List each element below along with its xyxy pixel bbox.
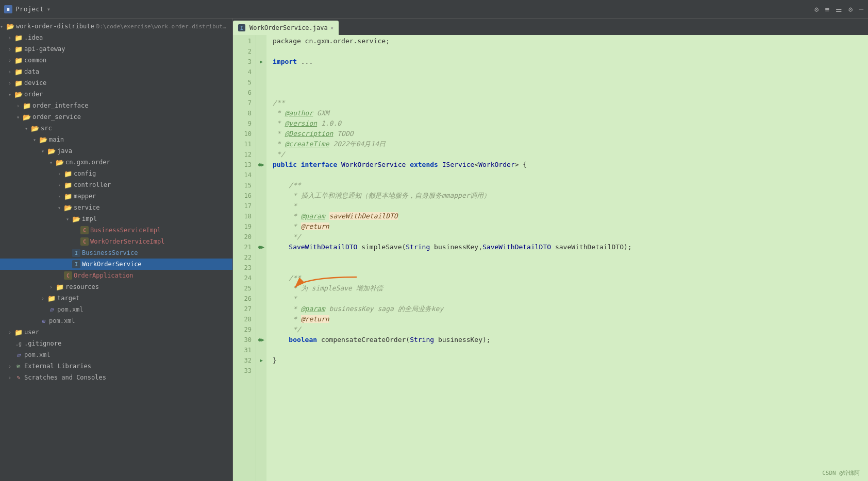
code-line[interactable]: /**: [273, 180, 868, 191]
active-tab[interactable]: I WorkOrderService.java ×: [233, 21, 339, 35]
code-editor[interactable]: 1234567891011121314151617181920212223242…: [233, 35, 868, 481]
sidebar-item-resources[interactable]: › 📁 resources: [0, 281, 232, 293]
code-line[interactable]: *: [273, 201, 868, 211]
sidebar-item-pom-order[interactable]: m pom.xml: [0, 315, 232, 327]
folder-icon: 📁: [64, 169, 72, 178]
code-line[interactable]: * @param saveWithDetailDTO: [273, 211, 868, 221]
sidebar-item-WorkOrderServiceImpl[interactable]: C WorkOrderServiceImpl: [0, 236, 232, 247]
sidebar-item-gitignore[interactable]: .g .gitignore: [0, 338, 232, 349]
sidebar-item-pom-order-service[interactable]: m pom.xml: [0, 304, 232, 315]
line-number: 25: [233, 283, 252, 294]
layout-icon[interactable]: ≡: [825, 5, 829, 13]
code-line[interactable]: /**: [273, 98, 868, 108]
sidebar-item-external-libraries[interactable]: › ≋ External Libraries: [0, 360, 232, 372]
gutter-cell[interactable]: ▶: [256, 355, 266, 366]
code-line[interactable]: public interface WorkOrderService extend…: [273, 160, 868, 170]
code-line[interactable]: [273, 46, 868, 57]
sidebar-item-java[interactable]: ▾ 📂 java: [0, 145, 232, 157]
code-line[interactable]: */: [273, 324, 868, 335]
minimize-icon[interactable]: −: [859, 4, 864, 14]
gutter-cell[interactable]: ●▶: [256, 335, 266, 345]
code-line[interactable]: * @createTime 2022年04月14日: [273, 139, 868, 149]
sidebar-item-src[interactable]: ▾ 📂 src: [0, 123, 232, 134]
code-line[interactable]: * @return: [273, 221, 868, 232]
gutter-cell[interactable]: ●▶: [256, 242, 266, 252]
tree-arrow: ▾: [33, 137, 39, 143]
sidebar-item-controller[interactable]: › 📁 controller: [0, 179, 232, 191]
sidebar-item-device[interactable]: › 📁 device: [0, 77, 232, 89]
fold-icon[interactable]: ▶: [260, 355, 263, 366]
code-line[interactable]: [273, 252, 868, 263]
line-text: [273, 46, 868, 57]
sidebar-item-WorkOrderService[interactable]: I WorkOrderService: [0, 259, 232, 270]
settings-icon[interactable]: ⚙: [814, 5, 819, 13]
fold-icon[interactable]: ▶: [261, 335, 264, 345]
sidebar-item-order_interface[interactable]: › 📁 order_interface: [0, 100, 232, 111]
fold-icon[interactable]: ▶: [261, 242, 264, 252]
folder-icon: 📁: [64, 181, 72, 189]
code-line[interactable]: [273, 263, 868, 273]
split-icon[interactable]: ⚌: [836, 5, 842, 13]
code-line[interactable]: */: [273, 149, 868, 160]
line-number: 3: [233, 57, 252, 67]
sidebar-item-main[interactable]: ▾ 📂 main: [0, 134, 232, 145]
code-line[interactable]: */: [273, 232, 868, 242]
tree-arrow: ▾: [25, 126, 31, 131]
sidebar-item-service[interactable]: ▾ 📂 service: [0, 202, 232, 213]
code-line[interactable]: import ...: [273, 57, 868, 67]
code-line[interactable]: * @Description TODO: [273, 129, 868, 139]
folder-icon: 📁: [14, 79, 23, 87]
code-content[interactable]: package cn.gxm.order.service; import ...…: [266, 35, 868, 481]
code-line[interactable]: [273, 77, 868, 88]
sidebar-item-root[interactable]: ▾ 📂 work-order-distribute D:\code\exerci…: [0, 21, 232, 32]
sidebar-item-mapper[interactable]: › 📁 mapper: [0, 191, 232, 202]
sidebar-item-scratches[interactable]: › ✎ Scratches and Consoles: [0, 372, 232, 383]
line-text: * @Description TODO: [273, 129, 868, 139]
fold-icon[interactable]: ▶: [260, 57, 263, 67]
sidebar-item-cn.gxm.order[interactable]: ▾ 📂 cn.gxm.order: [0, 157, 232, 168]
sidebar-tree[interactable]: ▾ 📂 work-order-distribute D:\code\exerci…: [0, 19, 232, 481]
project-label[interactable]: Project: [15, 5, 44, 13]
tree-arrow: ▾: [41, 148, 47, 154]
sidebar-item-common[interactable]: › 📁 common: [0, 55, 232, 66]
sidebar-item-user[interactable]: › 📁 user: [0, 327, 232, 338]
code-line[interactable]: * @version 1.0.0: [273, 118, 868, 129]
code-line[interactable]: [273, 170, 868, 180]
code-line[interactable]: * @author GXM: [273, 108, 868, 118]
code-line[interactable]: * 为 simpleSave 增加补偿: [273, 283, 868, 294]
code-line[interactable]: [273, 67, 868, 77]
code-line[interactable]: *: [273, 294, 868, 304]
code-line[interactable]: boolean compensateCreateOrder(String bus…: [273, 335, 868, 345]
gutter-cell[interactable]: ●▶: [256, 160, 266, 170]
code-line[interactable]: [273, 345, 868, 355]
code-line[interactable]: * 插入工单和消息通知（都是本地服务，自身服务mmapper调用）: [273, 191, 868, 201]
editor-tabs: I WorkOrderService.java ×: [233, 19, 868, 35]
sidebar-item-target[interactable]: › 📁 target: [0, 293, 232, 304]
sidebar-item-BusinessService[interactable]: I BusinessService: [0, 247, 232, 259]
sidebar-item-order[interactable]: ▾ 📂 order: [0, 89, 232, 100]
sidebar-item-impl[interactable]: ▾ 📂 impl: [0, 213, 232, 225]
sidebar-item-data[interactable]: › 📁 data: [0, 66, 232, 77]
code-line[interactable]: [273, 88, 868, 98]
sidebar-item-BusinessServiceImpl[interactable]: C BusinessServiceImpl: [0, 225, 232, 236]
sidebar-item-idea[interactable]: › 📁 .idea: [0, 32, 232, 43]
sidebar-item-OrderApplication[interactable]: C OrderApplication: [0, 270, 232, 281]
folder-icon: 📁: [47, 294, 56, 302]
sidebar-item-order_service[interactable]: ▾ 📂 order_service: [0, 111, 232, 123]
sidebar-item-pom-root[interactable]: m pom.xml: [0, 349, 232, 360]
code-line[interactable]: * @return: [273, 314, 868, 324]
project-dropdown-icon[interactable]: ▾: [47, 6, 51, 13]
tab-close-button[interactable]: ×: [330, 25, 334, 31]
code-line[interactable]: SaveWithDetailDTO simpleSave(String busi…: [273, 242, 868, 252]
code-line[interactable]: /**: [273, 273, 868, 283]
code-line[interactable]: * @param businessKey saga 的全局业务key: [273, 304, 868, 314]
sidebar-item-api-gateway[interactable]: › 📁 api-gateway: [0, 43, 232, 55]
gear-icon[interactable]: ⚙: [848, 5, 853, 13]
gutter-cell[interactable]: ▶: [256, 57, 266, 67]
line-text: /**: [273, 98, 868, 108]
fold-icon[interactable]: ▶: [261, 160, 264, 170]
code-line[interactable]: package cn.gxm.order.service;: [273, 36, 868, 46]
code-line[interactable]: }: [273, 355, 868, 366]
sidebar-item-config[interactable]: › 📁 config: [0, 168, 232, 179]
code-line[interactable]: [273, 366, 868, 376]
